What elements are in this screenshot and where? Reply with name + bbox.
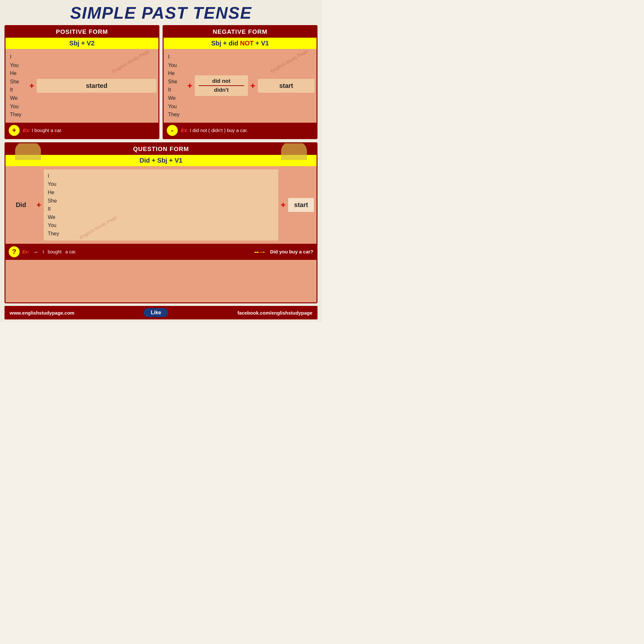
arch-left-decoration: [15, 142, 41, 160]
negative-subjects: IYouHeSheItWeYouThey: [166, 52, 185, 120]
positive-ex-text: I bought a car.: [32, 128, 62, 133]
negative-example-bar: - Ex: I did not ( didn't ) buy a car.: [164, 123, 317, 138]
like-button[interactable]: Like: [144, 308, 168, 317]
question-subjects: IYouHeSheItWeYouThey English Study Page: [44, 169, 278, 241]
question-ex-i: I: [43, 249, 44, 254]
dashed-arrow-icon: - - →: [254, 247, 265, 256]
negative-didnot-cell: did not didn't: [195, 75, 248, 96]
curved-arrows-icon: ⌢: [33, 247, 39, 256]
question-content: Did + IYouHeSheItWeYouThey English Study…: [5, 166, 317, 244]
positive-watermark: English Study Page: [111, 48, 150, 74]
top-panels: POSITIVE FORM Sbj + V2 IYouHeSheItWeYouT…: [5, 25, 317, 139]
footer-left: www.englishstudypage.com: [10, 310, 74, 316]
negative-plus1: +: [186, 81, 194, 91]
negative-watermark: English Study Page: [270, 48, 308, 74]
negative-panel: NEGATIVE FORM Sbj + did NOT + V1 IYouHeS…: [163, 25, 317, 139]
positive-content: IYouHeSheItWeYouThey + started English S…: [5, 49, 158, 123]
positive-formula: Sbj + V2: [5, 38, 158, 49]
positive-example-bar: + Ex: I bought a car.: [5, 123, 158, 138]
negative-formula: Sbj + did NOT + V1: [164, 38, 317, 49]
question-header-text: QUESTION FORM: [133, 146, 189, 152]
question-arrow-section: - - →: [254, 247, 265, 256]
negative-badge: -: [167, 125, 178, 136]
negative-formula-not: NOT: [240, 40, 253, 47]
arch-right-decoration: [281, 142, 307, 160]
positive-ex-label: Ex:: [23, 128, 30, 133]
negative-example: Ex: I did not ( didn't ) buy a car.: [181, 128, 248, 133]
question-plus1: +: [35, 200, 43, 210]
negative-content: IYouHeSheItWeYouThey + did not didn't + …: [164, 49, 317, 123]
question-verb: start: [288, 198, 314, 212]
negative-line: [199, 85, 244, 86]
question-example-sentence: Ex: ⌢ I bought a car.: [22, 248, 251, 256]
positive-verb: started: [37, 79, 156, 93]
negative-header: NEGATIVE FORM: [164, 26, 317, 38]
positive-badge: +: [9, 125, 20, 136]
negative-ex-label: Ex:: [181, 128, 188, 133]
question-example-bar: ? Ex: ⌢ I bought a car. - - → Did you bu…: [5, 244, 317, 260]
page: SIMPLE PAST TENSE POSITIVE FORM Sbj + V2…: [0, 0, 322, 322]
footer-right: facebook.com/englishstudypage: [237, 310, 312, 316]
negative-formula-end: + V1: [254, 40, 269, 47]
negative-didnot: did not: [199, 78, 244, 84]
question-plus2: +: [279, 200, 287, 210]
footer: www.englishstudypage.com Like facebook.c…: [5, 306, 317, 319]
positive-panel: POSITIVE FORM Sbj + V2 IYouHeSheItWeYouT…: [5, 25, 159, 139]
question-ex-verb: bought: [48, 249, 62, 254]
negative-plus2: +: [249, 81, 257, 91]
question-formula: Did + Sbj + V1: [5, 155, 317, 166]
negative-ex-text: I did not ( didn't ) buy a car.: [190, 128, 248, 133]
question-header: QUESTION FORM: [5, 143, 317, 155]
question-ex-label: Ex:: [22, 249, 29, 254]
positive-subjects: IYouHeSheItWeYouThey: [7, 52, 27, 120]
negative-formula-start: Sbj + did: [211, 40, 240, 47]
negative-verb: start: [258, 79, 315, 93]
positive-header: POSITIVE FORM: [5, 26, 158, 38]
positive-plus: +: [28, 81, 35, 91]
question-did: Did: [8, 198, 34, 212]
positive-example: Ex: I bought a car.: [23, 128, 62, 133]
question-ex-rest: a car.: [65, 249, 76, 254]
question-badge: ?: [9, 246, 20, 257]
question-result: Did you buy a car?: [270, 249, 313, 254]
question-panel: QUESTION FORM Did + Sbj + V1 Did + IYouH…: [5, 142, 317, 303]
page-title: SIMPLE PAST TENSE: [5, 3, 317, 23]
negative-didnt: didn't: [199, 87, 244, 93]
